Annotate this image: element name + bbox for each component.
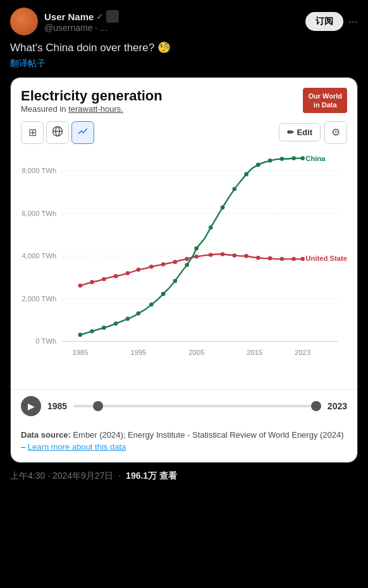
svg-point-53 <box>244 172 248 176</box>
chart-icon <box>77 126 89 140</box>
owid-line2: in Data <box>314 101 337 109</box>
chart-header: Electricity generation Measured in teraw… <box>11 78 357 119</box>
svg-point-27 <box>185 257 189 261</box>
edit-label: Edit <box>297 128 312 137</box>
svg-point-28 <box>194 255 199 259</box>
tweet-text: What's China doin over there? 🧐 <box>10 40 358 56</box>
svg-point-42 <box>114 321 118 326</box>
svg-point-22 <box>126 271 130 275</box>
svg-point-30 <box>221 252 225 256</box>
data-source: Data source: Ember (2024); Energy Instit… <box>11 423 357 462</box>
pencil-icon: ✏ <box>287 128 294 137</box>
separator: · <box>118 471 121 481</box>
svg-point-41 <box>102 325 106 330</box>
play-button[interactable]: ▶ <box>21 396 41 416</box>
svg-point-25 <box>161 262 166 267</box>
svg-point-56 <box>280 157 285 161</box>
views: 196.1万 查看 <box>126 471 177 481</box>
chart-card: Electricity generation Measured in teraw… <box>10 77 358 463</box>
svg-point-49 <box>194 246 199 251</box>
table-icon: ⊞ <box>28 126 37 138</box>
svg-point-52 <box>232 187 236 191</box>
avatar-small <box>106 10 119 23</box>
svg-text:China: China <box>305 155 326 162</box>
svg-point-45 <box>149 303 154 307</box>
owid-line1: Our World <box>308 92 342 100</box>
svg-point-33 <box>256 256 261 260</box>
svg-point-24 <box>149 265 154 269</box>
svg-point-40 <box>90 329 94 333</box>
slider-track[interactable] <box>73 405 321 407</box>
table-view-button[interactable]: ⊞ <box>21 121 44 144</box>
svg-point-50 <box>209 225 213 230</box>
timestamp: 上午4:30 · 2024年9月27日 <box>10 471 113 481</box>
handle: @username · ... <box>44 23 119 33</box>
svg-point-39 <box>78 333 83 337</box>
post-header: User Name ✓ @username · ... 订阅 ··· <box>10 8 358 35</box>
svg-point-58 <box>300 156 305 160</box>
post-header-left: User Name ✓ @username · ... <box>10 8 119 35</box>
translate-link[interactable]: 翻译帖子 <box>10 58 358 69</box>
svg-text:4,000 TWh: 4,000 TWh <box>21 252 56 260</box>
svg-text:United States: United States <box>305 255 347 262</box>
svg-text:1985: 1985 <box>72 349 88 356</box>
svg-point-26 <box>173 260 178 264</box>
svg-point-46 <box>161 292 166 296</box>
svg-text:0 TWh: 0 TWh <box>35 337 56 345</box>
svg-point-20 <box>102 277 106 281</box>
svg-point-35 <box>280 257 285 261</box>
post-footer: 上午4:30 · 2024年9月27日 · 196.1万 查看 <box>10 471 358 482</box>
globe-view-button[interactable] <box>46 121 69 144</box>
svg-point-34 <box>268 256 273 261</box>
year-start: 1985 <box>47 401 67 411</box>
svg-point-48 <box>185 263 189 267</box>
subscribe-button[interactable]: 订阅 <box>305 12 343 31</box>
svg-text:2015: 2015 <box>247 349 262 356</box>
chart-svg: 8,000 TWh 6,000 TWh 4,000 TWh 2,000 TWh … <box>21 149 347 389</box>
svg-point-54 <box>256 162 261 167</box>
edit-button[interactable]: ✏ Edit <box>279 123 321 141</box>
chart-title: Electricity generation <box>21 88 163 104</box>
slider-handle-right[interactable] <box>311 401 321 411</box>
year-end: 2023 <box>328 401 347 411</box>
svg-point-51 <box>221 205 225 210</box>
user-info: User Name ✓ @username · ... <box>44 10 119 33</box>
chart-toolbar: ⊞ ✏ <box>11 119 357 149</box>
svg-point-32 <box>244 254 248 258</box>
globe-icon <box>52 126 63 140</box>
svg-point-36 <box>291 257 296 261</box>
svg-text:8,000 TWh: 8,000 TWh <box>21 167 56 174</box>
svg-point-29 <box>209 253 213 257</box>
svg-text:2023: 2023 <box>295 349 310 356</box>
avatar[interactable] <box>10 8 38 35</box>
chart-title-block: Electricity generation Measured in teraw… <box>21 88 163 114</box>
chart-subtitle: Measured in terawatt-hours. <box>21 104 163 114</box>
owid-logo[interactable]: Our World in Data <box>303 88 347 114</box>
svg-point-23 <box>136 267 140 272</box>
gear-icon: ⚙ <box>331 126 340 138</box>
svg-point-47 <box>173 279 178 283</box>
china-line <box>80 158 303 335</box>
svg-text:6,000 TWh: 6,000 TWh <box>21 209 56 217</box>
svg-point-19 <box>90 280 94 284</box>
svg-text:2,000 TWh: 2,000 TWh <box>21 294 56 302</box>
username: User Name <box>44 11 94 22</box>
username-row: User Name ✓ <box>44 10 119 23</box>
more-button[interactable]: ··· <box>348 15 358 28</box>
play-controls: ▶ 1985 2023 <box>11 389 357 423</box>
svg-point-43 <box>126 316 130 321</box>
slider-handle-left[interactable] <box>93 401 103 411</box>
svg-text:2005: 2005 <box>188 349 204 356</box>
chart-svg-container: 8,000 TWh 6,000 TWh 4,000 TWh 2,000 TWh … <box>21 149 347 389</box>
svg-point-57 <box>291 156 296 160</box>
play-icon: ▶ <box>28 401 35 411</box>
svg-point-18 <box>78 284 83 288</box>
toolbar-right: ✏ Edit ⚙ <box>279 121 347 144</box>
learn-more-link[interactable]: Learn more about this data <box>28 442 126 452</box>
svg-text:1995: 1995 <box>130 349 146 356</box>
svg-point-21 <box>114 274 118 279</box>
settings-button[interactable]: ⚙ <box>324 121 347 144</box>
chart-view-button[interactable] <box>71 121 94 144</box>
data-source-label: Data source: <box>21 430 71 440</box>
svg-point-37 <box>300 257 305 261</box>
